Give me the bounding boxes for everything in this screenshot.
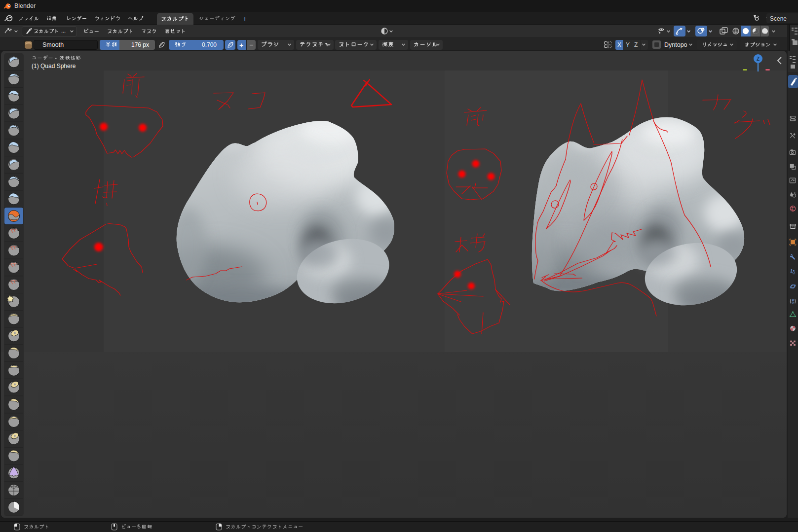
svg-text:Z: Z bbox=[757, 56, 760, 62]
